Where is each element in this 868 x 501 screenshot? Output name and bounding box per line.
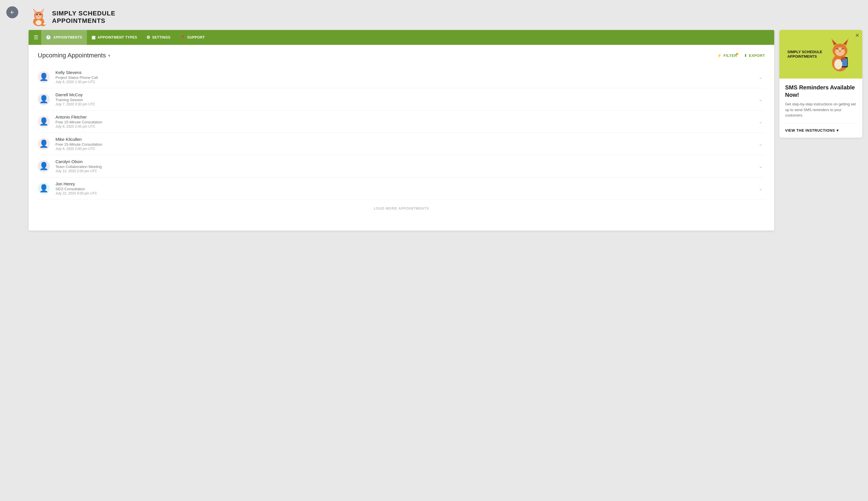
appointment-row[interactable]: 👤 Jon Henry SEO Consultation July 22, 20…	[38, 177, 765, 200]
clock-icon: 🕐	[46, 35, 51, 40]
chevron-down-icon[interactable]: ⌄	[756, 74, 765, 80]
export-button[interactable]: ⬇ EXPORT	[744, 53, 765, 58]
back-button[interactable]	[6, 6, 18, 18]
side-panel: ✕ SIMPLY SCHEDULE APPOINTMENTS	[780, 30, 862, 231]
appointment-name: Darrell McCoy	[55, 92, 756, 97]
promo-card: ✕ SIMPLY SCHEDULE APPOINTMENTS	[780, 30, 862, 138]
chevron-down-icon[interactable]: ⌄	[756, 96, 765, 103]
svg-point-7	[36, 14, 38, 15]
appointment-type: Team Collaboration Meeting	[55, 164, 756, 169]
chevron-down-icon[interactable]: ⌄	[756, 163, 765, 169]
logo-area: SIMPLY SCHEDULE APPOINTMENTS	[29, 6, 862, 27]
avatar-icon: 👤	[39, 73, 48, 82]
export-icon: ⬇	[744, 53, 747, 58]
appointment-row[interactable]: 👤 Kelly Stevens Project Status Phone Cal…	[38, 66, 765, 88]
avatar: 👤	[38, 138, 50, 150]
appointment-type: Free 15-Minute Consultation	[55, 120, 756, 124]
appointment-type: Training Session	[55, 98, 756, 102]
appointment-name: Jon Henry	[55, 181, 756, 186]
load-more-button[interactable]: LOAD MORE APPOINTMENTS	[38, 200, 765, 217]
appointment-info: Mike Kilcullen Free 15-Minute Consultati…	[55, 137, 756, 151]
appointment-type: Free 15-Minute Consultation	[55, 142, 756, 147]
nav-settings[interactable]: ⚙ SETTINGS	[142, 30, 175, 45]
avatar-icon: 👤	[39, 139, 48, 148]
avatar-icon: 👤	[39, 117, 48, 126]
content-area: Upcoming Appointments ▾ ⚡ FILTER ⬇ EXPOR…	[29, 45, 774, 231]
promo-body: SMS Reminders Available Now! Get step-by…	[780, 78, 862, 138]
appointment-row[interactable]: 👤 Antonio Fletcher Free 15-Minute Consul…	[38, 110, 765, 133]
promo-description: Get step-by-step instructions on getting…	[785, 102, 857, 118]
promo-close-button[interactable]: ✕	[855, 32, 859, 39]
appointment-type: SEO Consultation	[55, 187, 756, 191]
appointment-info: Darrell McCoy Training Session July 7, 2…	[55, 92, 756, 106]
nav-support[interactable]: ❓ SUPPORT	[175, 30, 209, 45]
logo-text: SIMPLY SCHEDULE APPOINTMENTS	[52, 10, 115, 25]
promo-title: SMS Reminders Available Now!	[785, 84, 857, 98]
avatar-icon: 👤	[39, 162, 48, 171]
promo-logo-text: SIMPLY SCHEDULE APPOINTMENTS	[787, 50, 822, 58]
chevron-down-icon[interactable]: ⌄	[756, 141, 765, 147]
appointment-info: Carolyn Olson Team Collaboration Meeting…	[55, 159, 756, 173]
appointment-name: Mike Kilcullen	[55, 137, 756, 142]
content-header: Upcoming Appointments ▾ ⚡ FILTER ⬇ EXPOR…	[38, 52, 765, 59]
appointment-date: July 6, 2020 1:30 pm UTC	[55, 80, 756, 84]
avatar-icon: 👤	[39, 184, 48, 193]
appointment-info: Kelly Stevens Project Status Phone Call …	[55, 70, 756, 84]
fox-phone-illustration	[826, 36, 854, 73]
avatar-icon: 👤	[39, 95, 48, 104]
avatar: 👤	[38, 71, 50, 83]
header-actions: ⚡ FILTER ⬇ EXPORT	[717, 53, 765, 58]
chevron-down-icon: ▾	[837, 128, 839, 132]
appointment-date: July 13, 2020 2:00 pm UTC	[55, 169, 756, 173]
appointment-date: July 7, 2020 3:30 pm UTC	[55, 102, 756, 106]
title-dropdown-arrow[interactable]: ▾	[108, 53, 111, 58]
hamburger-menu[interactable]: ☰	[31, 32, 41, 43]
filter-button[interactable]: ⚡ FILTER	[717, 53, 737, 58]
avatar: 👤	[38, 182, 50, 194]
grid-icon: ▦	[92, 35, 96, 40]
svg-point-12	[36, 20, 42, 25]
svg-point-20	[839, 51, 841, 52]
nav-appointments[interactable]: 🕐 APPOINTMENTS	[41, 30, 87, 45]
appointment-name: Carolyn Olson	[55, 159, 756, 164]
appointment-name: Antonio Fletcher	[55, 115, 756, 119]
appointment-name: Kelly Stevens	[55, 70, 756, 75]
appointment-type: Project Status Phone Call	[55, 75, 756, 80]
appointment-row[interactable]: 👤 Darrell McCoy Training Session July 7,…	[38, 88, 765, 110]
gear-icon: ⚙	[146, 35, 150, 40]
appointments-list: 👤 Kelly Stevens Project Status Phone Cal…	[38, 66, 765, 200]
appointment-row[interactable]: 👤 Mike Kilcullen Free 15-Minute Consulta…	[38, 133, 765, 155]
avatar: 👤	[38, 116, 50, 128]
promo-image: SIMPLY SCHEDULE APPOINTMENTS	[780, 30, 862, 78]
promo-link-button[interactable]: VIEW THE INSTRUCTIONS ▾	[785, 124, 857, 132]
nav-appointment-types[interactable]: ▦ APPOINTMENT TYPES	[87, 30, 142, 45]
appointment-row[interactable]: 👤 Carolyn Olson Team Collaboration Meeti…	[38, 155, 765, 177]
page-title: Upcoming Appointments ▾	[38, 52, 111, 59]
svg-point-6	[36, 14, 42, 19]
app-panel: ☰ 🕐 APPOINTMENTS ▦ APPOINTMENT TYPES ⚙ S…	[29, 30, 774, 231]
appointment-date: July 22, 2020 4:00 pm UTC	[55, 191, 756, 195]
chevron-down-icon[interactable]: ⌄	[756, 185, 765, 192]
appointment-info: Jon Henry SEO Consultation July 22, 2020…	[55, 181, 756, 195]
chevron-down-icon[interactable]: ⌄	[756, 118, 765, 125]
avatar: 👤	[38, 160, 50, 172]
question-icon: ❓	[179, 35, 185, 40]
svg-point-23	[841, 57, 846, 60]
appointment-date: July 8, 2020 2:45 pm UTC	[55, 125, 756, 129]
svg-point-8	[40, 14, 41, 15]
svg-point-9	[38, 16, 39, 17]
filter-active-dot	[736, 53, 738, 55]
appointment-date: July 9, 2020 2:00 pm UTC	[55, 147, 756, 151]
nav-bar: ☰ 🕐 APPOINTMENTS ▦ APPOINTMENT TYPES ⚙ S…	[29, 30, 774, 45]
logo-icon	[29, 7, 49, 27]
svg-point-24	[834, 59, 842, 70]
appointment-info: Antonio Fletcher Free 15-Minute Consulta…	[55, 115, 756, 129]
avatar: 👤	[38, 93, 50, 105]
filter-icon: ⚡	[717, 53, 722, 58]
